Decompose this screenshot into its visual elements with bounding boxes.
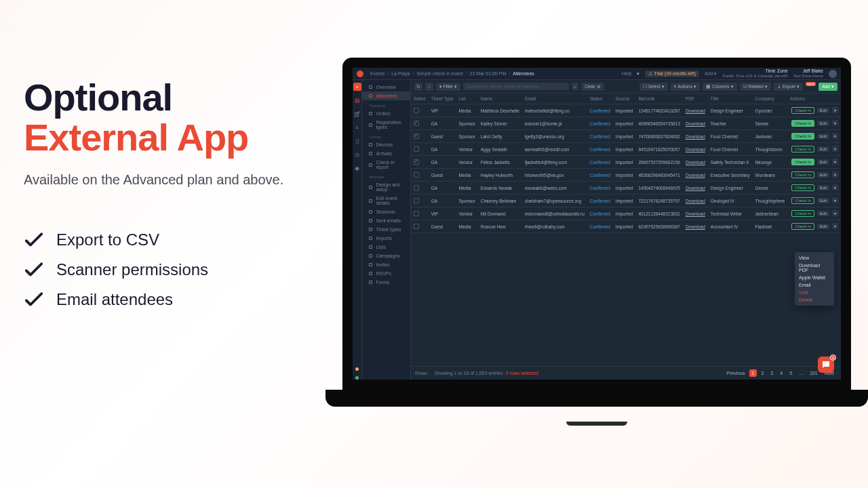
edit-button[interactable]: Edit — [817, 121, 829, 126]
column-header[interactable]: Email — [522, 94, 587, 104]
rail-people-icon[interactable]: ◉ — [353, 164, 361, 172]
column-header[interactable]: Select — [411, 94, 429, 104]
sidebar-item[interactable]: Registration types — [362, 118, 410, 131]
sidebar-item[interactable]: Design and setup — [362, 180, 410, 194]
edit-button[interactable]: Edit — [817, 211, 829, 216]
edit-button[interactable]: Edit — [817, 224, 829, 229]
edit-button[interactable]: Edit — [817, 134, 829, 139]
refresh-button[interactable]: ↻ — [414, 83, 422, 91]
check-in-button[interactable]: Check In — [791, 171, 814, 178]
row-menu-button[interactable]: ▾ — [832, 146, 838, 152]
table-row[interactable]: GA Sponsor Chancey Belsham cbelsham7@ope… — [411, 195, 841, 207]
search-input[interactable]: Search by name, email or barcode... — [463, 83, 569, 90]
row-menu-button[interactable]: ▾ — [832, 210, 838, 216]
column-header[interactable]: Name — [478, 94, 522, 104]
sidebar-item[interactable]: RSVPs — [362, 269, 410, 278]
edit-button[interactable]: Edit — [817, 108, 829, 113]
add-button[interactable]: Add ▾ — [818, 83, 837, 91]
table-row[interactable]: GA Vendor Felice Jacketts fjacketts4@ife… — [411, 156, 841, 169]
columns-button[interactable]: ▦ Columns ▾ — [703, 83, 737, 91]
table-row[interactable]: Guest Media Hayley Holworth hholworth5@v… — [411, 169, 841, 182]
column-header[interactable]: PDF — [683, 94, 708, 104]
row-menu-button[interactable]: ▾ — [832, 159, 838, 165]
dropdown-item-apple-wallet[interactable]: Apple Wallet — [795, 274, 834, 281]
column-header[interactable]: Ticket Type — [429, 94, 456, 104]
table-row[interactable]: VIP Media Mattheus Deschelle mdeschelle0… — [411, 104, 841, 117]
page-button[interactable]: ... — [796, 369, 806, 377]
sidebar-item[interactable]: Imports — [362, 234, 410, 243]
check-in-button[interactable]: Check In — [791, 133, 814, 140]
download-link[interactable]: Download — [683, 117, 708, 130]
check-in-button[interactable]: Check In — [791, 184, 814, 191]
check-in-button[interactable]: Check In — [791, 210, 814, 217]
rail-clock-icon[interactable]: ◷ — [353, 150, 361, 159]
rail-phone-icon[interactable]: ▯ — [353, 137, 361, 145]
row-menu-button[interactable]: ▾ — [832, 120, 838, 126]
sidebar-item[interactable]: Arrivals — [362, 149, 410, 158]
table-row[interactable]: Guest Media Roscoe Hew rhew9@cdbaby.com … — [411, 220, 841, 233]
row-checkbox[interactable] — [414, 185, 419, 190]
sidebar-item[interactable]: Devices — [362, 140, 410, 149]
search-button[interactable]: ⌕ — [572, 83, 578, 90]
sidebar-item[interactable]: Ticket types — [362, 225, 410, 234]
rail-list-icon[interactable]: ≡ — [353, 123, 361, 131]
help-link[interactable]: Help — [622, 71, 631, 76]
row-menu-button[interactable]: ▾ — [832, 223, 838, 229]
row-checkbox[interactable] — [414, 172, 419, 178]
row-checkbox[interactable] — [414, 146, 419, 152]
sidebar-item[interactable]: Check in report — [362, 158, 410, 171]
row-checkbox[interactable] — [414, 121, 419, 126]
sidebar-item[interactable]: Sent emails — [362, 216, 410, 225]
sidebar-item[interactable]: Forms — [362, 278, 410, 287]
download-link[interactable]: Download — [683, 104, 708, 117]
rail-events-icon[interactable]: ▤ — [353, 96, 361, 104]
user-display[interactable]: Jeff Blake Test Drive Demo — [793, 68, 823, 78]
dropdown-item-delete[interactable]: Delete — [795, 296, 834, 304]
sidebar-item-overview[interactable]: Overview — [362, 83, 410, 92]
filter-button[interactable]: ▾ Filter ▾ — [436, 83, 460, 91]
sidebar-item[interactable]: Orders — [362, 109, 410, 118]
column-header[interactable]: Company — [753, 94, 788, 104]
add-link[interactable]: Add ▾ — [705, 71, 717, 77]
row-checkbox[interactable] — [414, 108, 419, 113]
download-link[interactable]: Download — [683, 195, 708, 207]
table-row[interactable]: VIP Vendor Mil Dormand mdormand8@odnokla… — [411, 207, 841, 220]
row-checkbox[interactable] — [414, 198, 419, 203]
check-in-button[interactable]: Check In — [791, 197, 814, 204]
edit-button[interactable]: Edit — [817, 198, 829, 203]
download-link[interactable]: Download — [683, 143, 708, 156]
table-row[interactable]: GA Vendor Aggy Smeath asmeath3@reddit.co… — [411, 143, 841, 156]
timezone-display[interactable]: Time Zone Pacific Time (US & Canada) Jan… — [722, 68, 787, 78]
edit-button[interactable]: Edit — [817, 159, 829, 165]
check-in-button[interactable]: Check In — [791, 159, 814, 165]
dropdown-item-download-pdf[interactable]: Download PDF — [795, 262, 834, 274]
row-menu-button[interactable]: ▾ — [832, 197, 838, 203]
check-in-button[interactable]: Check In — [791, 223, 814, 230]
check-in-button[interactable]: Check In — [791, 107, 814, 114]
row-checkbox[interactable] — [414, 211, 419, 216]
page-button[interactable]: 4 — [777, 369, 785, 377]
row-menu-button[interactable]: ▾ — [832, 107, 838, 113]
column-header[interactable]: Barcode — [635, 94, 682, 104]
page-button[interactable]: 3 — [768, 369, 776, 377]
check-in-button[interactable]: Check In — [791, 146, 814, 152]
sidebar-item[interactable]: Lists — [362, 243, 410, 251]
download-link[interactable]: Download — [683, 182, 708, 195]
row-menu-button[interactable]: ▾ — [832, 184, 838, 190]
actions-button[interactable]: ≡ Actions ▾ — [671, 83, 700, 91]
column-header[interactable]: Source — [613, 94, 636, 104]
edit-button[interactable]: Edit — [817, 172, 829, 178]
page-button[interactable]: 2 — [758, 369, 766, 377]
prev-button[interactable]: Previous — [724, 369, 747, 377]
rail-add-button[interactable]: + — [353, 83, 361, 91]
row-menu-button[interactable]: ▾ — [832, 171, 838, 178]
edit-button[interactable]: Edit — [817, 185, 829, 190]
trial-badge[interactable]: ⚠ Trial (39 credits left) — [645, 70, 699, 77]
download-link[interactable]: Download — [683, 207, 708, 220]
sidebar-item[interactable]: Edit event details — [362, 194, 410, 207]
row-checkbox[interactable] — [414, 159, 419, 165]
column-header[interactable]: Status — [587, 94, 613, 104]
related-button[interactable]: ☑ Related ▾ — [740, 83, 771, 91]
page-button[interactable]: 1 — [749, 369, 757, 377]
avatar[interactable] — [829, 70, 837, 78]
